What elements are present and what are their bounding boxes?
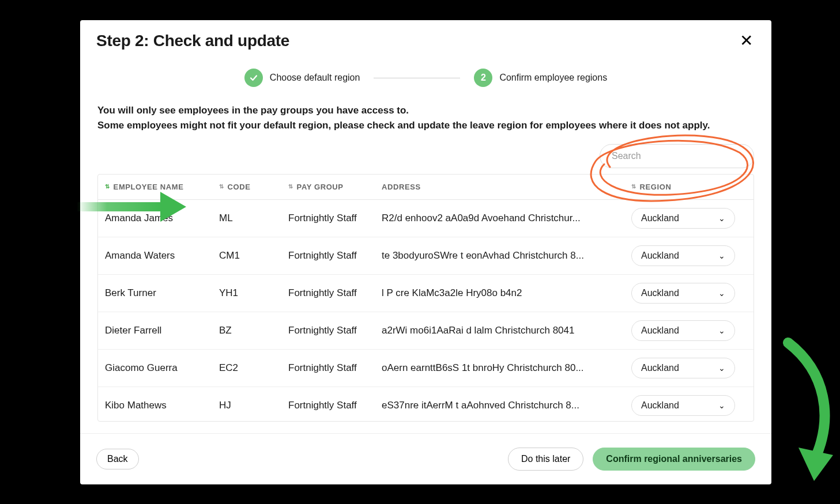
cell-paygroup: Fortnightly Staff: [288, 362, 382, 374]
instructions-line-1: You will only see employees in the pay g…: [97, 103, 754, 118]
modal-step2-check-update: Step 2: Check and update ✕ Choose defaul…: [80, 20, 771, 484]
region-select[interactable]: Auckland⌄: [631, 245, 735, 266]
cell-address: oAern earnttB6sS 1t bnroHy Christchurch …: [382, 362, 631, 374]
table-row: Dieter FarrellBZFortnightly Staffa2rWi m…: [98, 312, 754, 350]
close-icon: ✕: [740, 32, 753, 50]
cell-employee-name: Berk Turner: [105, 287, 219, 299]
cell-code: HJ: [219, 400, 288, 411]
sort-icon: ⇅: [219, 184, 224, 190]
column-header-name[interactable]: ⇅ EMPLOYEE NAME: [105, 183, 219, 191]
cell-employee-name: Dieter Farrell: [105, 325, 219, 336]
cell-paygroup: Fortnightly Staff: [288, 400, 382, 411]
chevron-down-icon: ⌄: [718, 401, 725, 410]
modal-footer: Back Do this later Confirm regional anni…: [80, 433, 771, 484]
region-select[interactable]: Auckland⌄: [631, 395, 735, 416]
cell-code: EC2: [219, 362, 288, 374]
cell-address: te 3bodyuroSWre t eonAvhad Christchurch …: [382, 250, 631, 262]
cell-employee-name: Amanda James: [105, 213, 219, 224]
instructions-line-2: Some employees might not fit your defaul…: [97, 118, 754, 133]
confirm-button[interactable]: Confirm regional anniversaries: [593, 448, 755, 471]
region-select-value: Auckland: [641, 288, 679, 298]
modal-header: Step 2: Check and update ✕: [80, 20, 771, 57]
step-2-number: 2: [474, 69, 492, 87]
cell-region: Auckland⌄: [631, 395, 747, 416]
check-icon: [244, 69, 263, 87]
chevron-down-icon: ⌄: [718, 289, 725, 298]
cell-region: Auckland⌄: [631, 358, 747, 378]
cell-address: a2rWi mo6i1AaRai d lalm Christchurch 804…: [382, 325, 631, 336]
table-row: Giacomo GuerraEC2Fortnightly StaffoAern …: [98, 350, 754, 387]
cell-region: Auckland⌄: [631, 208, 747, 229]
cell-employee-name: Amanda Waters: [105, 250, 219, 262]
step-1: Choose default region: [244, 69, 360, 87]
region-select-value: Auckland: [641, 213, 679, 223]
annotation-arrow-right: [771, 337, 840, 487]
cell-region: Auckland⌄: [631, 245, 747, 266]
cell-code: YH1: [219, 287, 288, 299]
region-select-value: Auckland: [641, 400, 679, 411]
chevron-down-icon: ⌄: [718, 326, 725, 335]
column-header-paygroup[interactable]: ⇅ PAY GROUP: [288, 183, 382, 191]
step-connector: [374, 78, 460, 78]
table-row: Amanda WatersCM1Fortnightly Staffte 3bod…: [98, 237, 754, 275]
cell-employee-name: Kibo Mathews: [105, 400, 219, 411]
search-input[interactable]: [600, 144, 754, 168]
chevron-down-icon: ⌄: [718, 363, 725, 373]
cell-paygroup: Fortnightly Staff: [288, 213, 382, 224]
stepper: Choose default region 2 Confirm employee…: [80, 57, 771, 103]
cell-employee-name: Giacomo Guerra: [105, 362, 219, 374]
table-body[interactable]: Amanda JamesMLFortnightly StaffR2/d enho…: [98, 200, 754, 421]
do-this-later-button[interactable]: Do this later: [508, 448, 583, 471]
cell-address: l P cre KlaMc3a2le Hry08o b4n2: [382, 287, 631, 299]
region-select[interactable]: Auckland⌄: [631, 358, 735, 378]
step-2: 2 Confirm employee regions: [474, 69, 607, 87]
back-button[interactable]: Back: [96, 449, 139, 469]
sort-icon: ⇅: [288, 184, 293, 190]
cell-code: ML: [219, 213, 288, 224]
region-select[interactable]: Auckland⌄: [631, 320, 735, 341]
region-select-value: Auckland: [641, 325, 679, 336]
sort-icon: ⇅: [631, 184, 636, 190]
column-header-code-label: CODE: [228, 183, 251, 191]
region-select-value: Auckland: [641, 251, 679, 261]
search-row: [80, 144, 771, 174]
footer-right: Do this later Confirm regional anniversa…: [508, 448, 755, 471]
column-header-name-label: EMPLOYEE NAME: [114, 183, 184, 191]
instructions: You will only see employees in the pay g…: [80, 103, 771, 144]
cell-paygroup: Fortnightly Staff: [288, 325, 382, 336]
cell-code: CM1: [219, 250, 288, 262]
column-header-address-label: ADDRESS: [382, 183, 421, 191]
modal-title: Step 2: Check and update: [96, 32, 289, 50]
chevron-down-icon: ⌄: [718, 214, 725, 223]
table-row: Amanda JamesMLFortnightly StaffR2/d enho…: [98, 200, 754, 237]
cell-address: eS37nre itAerrM t aAohnved Christchurch …: [382, 400, 631, 411]
cell-paygroup: Fortnightly Staff: [288, 287, 382, 299]
column-header-address: ADDRESS: [382, 183, 631, 191]
column-header-region[interactable]: ⇅ REGION: [631, 183, 747, 191]
region-select-value: Auckland: [641, 363, 679, 373]
table-row: Kibo MathewsHJFortnightly StaffeS37nre i…: [98, 387, 754, 421]
employee-table: ⇅ EMPLOYEE NAME ⇅ CODE ⇅ PAY GROUP ADDRE…: [97, 174, 754, 422]
table-header-row: ⇅ EMPLOYEE NAME ⇅ CODE ⇅ PAY GROUP ADDRE…: [98, 175, 754, 200]
chevron-down-icon: ⌄: [718, 251, 725, 260]
cell-paygroup: Fortnightly Staff: [288, 250, 382, 262]
cell-code: BZ: [219, 325, 288, 336]
column-header-region-label: REGION: [640, 183, 672, 191]
sort-icon: ⇅: [105, 184, 110, 190]
cell-region: Auckland⌄: [631, 320, 747, 341]
column-header-code[interactable]: ⇅ CODE: [219, 183, 288, 191]
cell-region: Auckland⌄: [631, 283, 747, 304]
close-button[interactable]: ✕: [737, 31, 755, 51]
table-row: Berk TurnerYH1Fortnightly Staffl P cre K…: [98, 275, 754, 312]
step-1-label: Choose default region: [270, 73, 360, 83]
step-2-label: Confirm employee regions: [499, 73, 607, 83]
region-select[interactable]: Auckland⌄: [631, 283, 735, 304]
column-header-paygroup-label: PAY GROUP: [297, 183, 344, 191]
region-select[interactable]: Auckland⌄: [631, 208, 735, 229]
cell-address: R2/d enhoov2 aA0a9d Avoehand Christchur.…: [382, 213, 631, 224]
